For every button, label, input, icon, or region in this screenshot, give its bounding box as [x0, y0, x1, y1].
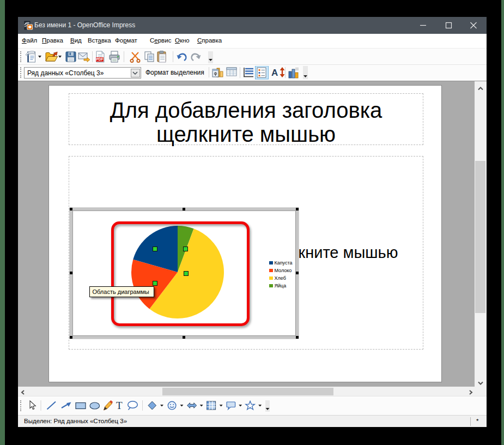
svg-text:A: A [271, 68, 278, 78]
svg-text:T: T [116, 400, 123, 411]
svg-text:PDF: PDF [96, 57, 104, 61]
